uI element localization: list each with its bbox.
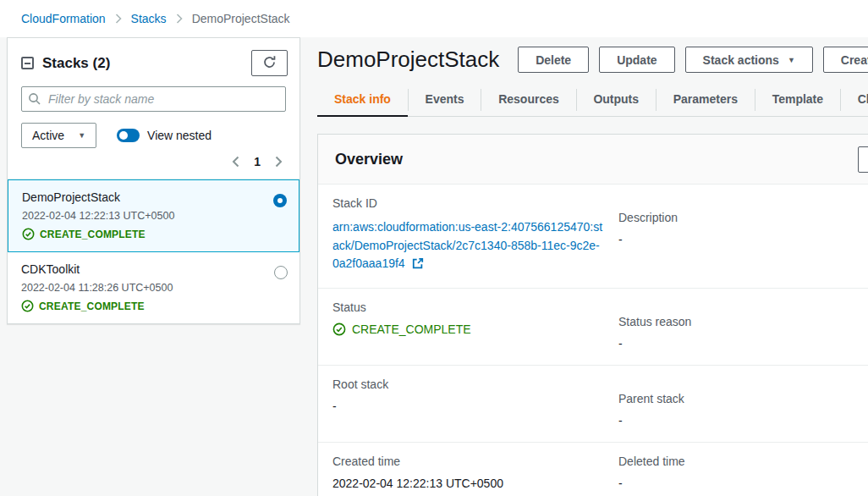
stacks-sidebar: Stacks (2) Active ▼	[7, 37, 300, 324]
status-badge: CREATE_COMPLETE	[332, 322, 602, 336]
cloudformation-console: CloudFormation Stacks DemoProjectStack S…	[0, 0, 868, 496]
stack-action-buttons: Delete Update Stack actions ▼ Create sta…	[518, 47, 868, 73]
root-stack-value: -	[332, 400, 602, 413]
stack-status-filter-value: Active	[32, 129, 64, 142]
stack-created-date: 2022-02-04 11:28:26 UTC+0500	[21, 282, 286, 294]
chevron-down-icon: ▼	[78, 131, 85, 140]
stack-radio-unselected[interactable]	[274, 266, 288, 279]
stack-status: CREATE_COMPLETE	[21, 300, 286, 312]
collapse-panel-icon[interactable]	[21, 57, 34, 69]
stack-radio-selected[interactable]	[273, 194, 287, 207]
stack-id-label: Stack ID	[332, 196, 602, 210]
overview-title: Overview	[335, 151, 403, 168]
description-label: Description	[618, 211, 868, 224]
check-circle-icon	[332, 322, 346, 336]
stack-detail-header: DemoProjectStack Delete Update Stack act…	[317, 37, 868, 73]
parent-stack-label: Parent stack	[618, 392, 868, 405]
stack-status-filter-select[interactable]: Active ▼	[21, 123, 96, 148]
overview-header-button[interactable]	[858, 146, 868, 173]
overview-row-root-parent: Root stack - Parent stack -	[318, 366, 868, 443]
refresh-icon	[262, 55, 277, 72]
deleted-time-label: Deleted time	[618, 455, 868, 468]
overview-panel-header: Overview	[318, 135, 868, 185]
deleted-time-field: Deleted time -	[618, 455, 868, 496]
status-reason-value: -	[618, 337, 868, 350]
view-nested-toggle-group[interactable]: View nested	[117, 129, 212, 142]
check-circle-icon	[21, 300, 34, 312]
deleted-time-value: -	[618, 477, 868, 490]
tab-events[interactable]: Events	[409, 84, 481, 116]
tab-parameters[interactable]: Parameters	[656, 84, 755, 116]
parent-stack-field: Parent stack -	[618, 392, 868, 427]
status-label: Status	[332, 300, 602, 314]
breadcrumb-cloudformation[interactable]: CloudFormation	[21, 12, 106, 25]
delete-button[interactable]: Delete	[518, 47, 589, 73]
description-field: Description -	[618, 211, 868, 273]
previous-page-icon[interactable]	[232, 156, 239, 168]
search-icon	[28, 92, 41, 106]
stack-filter-input[interactable]	[21, 86, 286, 112]
stack-name: DemoProjectStack	[22, 190, 285, 204]
breadcrumb-stacks[interactable]: Stacks	[131, 12, 167, 25]
check-circle-icon	[22, 228, 35, 240]
tab-stack-info[interactable]: Stack info	[317, 84, 408, 117]
stack-name: CDKToolkit	[21, 262, 286, 276]
stack-created-date: 2022-02-04 12:22:13 UTC+0500	[22, 210, 285, 222]
stack-detail-tabs: Stack info Events Resources Outputs Para…	[317, 84, 868, 117]
status-reason-label: Status reason	[618, 315, 868, 328]
time-fields-left: Created time 2022-02-04 12:22:13 UTC+050…	[332, 455, 618, 496]
status-text: CREATE_COMPLETE	[352, 322, 471, 336]
created-time-label: Created time	[332, 455, 602, 468]
created-time-value: 2022-02-04 12:22:13 UTC+0500	[332, 477, 602, 490]
breadcrumb-current: DemoProjectStack	[192, 12, 290, 25]
created-time-field: Created time 2022-02-04 12:22:13 UTC+050…	[332, 455, 602, 490]
breadcrumb: CloudFormation Stacks DemoProjectStack	[0, 0, 868, 37]
tab-template[interactable]: Template	[755, 84, 840, 116]
external-link-icon	[412, 257, 424, 269]
status-reason-field: Status reason -	[618, 315, 868, 350]
chevron-down-icon: ▼	[788, 56, 795, 64]
tab-change-sets[interactable]: Change sets	[841, 84, 868, 116]
view-nested-label: View nested	[147, 129, 212, 142]
filter-controls: Active ▼ View nested	[8, 123, 299, 148]
stack-status: CREATE_COMPLETE	[22, 228, 285, 240]
stack-list-item-demoprojectstack[interactable]: DemoProjectStack 2022-02-04 12:22:13 UTC…	[8, 179, 299, 252]
parent-stack-value: -	[618, 414, 868, 427]
stack-id-link[interactable]: arn:aws:cloudformation:us-east-2:4075661…	[332, 218, 603, 273]
root-stack-field: Root stack -	[332, 378, 602, 427]
overview-panel: Overview Stack ID arn:aws:cloudformation…	[317, 134, 868, 496]
stack-id-field: Stack ID arn:aws:cloudformation:us-east-…	[332, 196, 602, 273]
overview-row-status: Status CREATE_COMPLETE Status reason -	[318, 289, 868, 366]
chevron-right-icon	[176, 14, 183, 24]
create-stack-button[interactable]: Create stack ▼	[823, 47, 868, 73]
stack-id-arn: arn:aws:cloudformation:us-east-2:4075661…	[332, 220, 602, 270]
update-button[interactable]: Update	[599, 47, 674, 73]
view-nested-toggle[interactable]	[117, 129, 140, 142]
status-field: Status CREATE_COMPLETE	[332, 300, 602, 350]
tab-resources[interactable]: Resources	[481, 84, 576, 116]
stacks-count-title: Stacks (2)	[42, 55, 251, 72]
stack-detail-main: DemoProjectStack Delete Update Stack act…	[317, 37, 868, 496]
page-title: DemoProjectStack	[317, 47, 518, 73]
stack-list-item-cdktoolkit[interactable]: CDKToolkit 2022-02-04 11:28:26 UTC+0500 …	[8, 252, 299, 323]
stack-list: DemoProjectStack 2022-02-04 12:22:13 UTC…	[8, 179, 299, 323]
overview-row-stack-id: Stack ID arn:aws:cloudformation:us-east-…	[318, 185, 868, 289]
description-value: -	[618, 233, 868, 246]
next-page-icon[interactable]	[275, 156, 283, 168]
stacks-sidebar-header: Stacks (2)	[8, 38, 299, 85]
refresh-button[interactable]	[251, 50, 288, 76]
overview-row-times: Created time 2022-02-04 12:22:13 UTC+050…	[318, 443, 868, 496]
stack-status-text: CREATE_COMPLETE	[40, 229, 146, 240]
current-page-number[interactable]: 1	[254, 155, 261, 168]
stacks-pagination: 1	[8, 148, 299, 179]
create-stack-label: Create stack	[841, 53, 868, 67]
chevron-right-icon	[115, 14, 122, 24]
root-stack-label: Root stack	[332, 378, 602, 391]
stack-actions-button[interactable]: Stack actions ▼	[685, 47, 813, 73]
tab-outputs[interactable]: Outputs	[576, 84, 656, 116]
stack-status-text: CREATE_COMPLETE	[39, 300, 145, 312]
stack-actions-label: Stack actions	[703, 53, 779, 67]
stack-filter	[21, 86, 286, 112]
